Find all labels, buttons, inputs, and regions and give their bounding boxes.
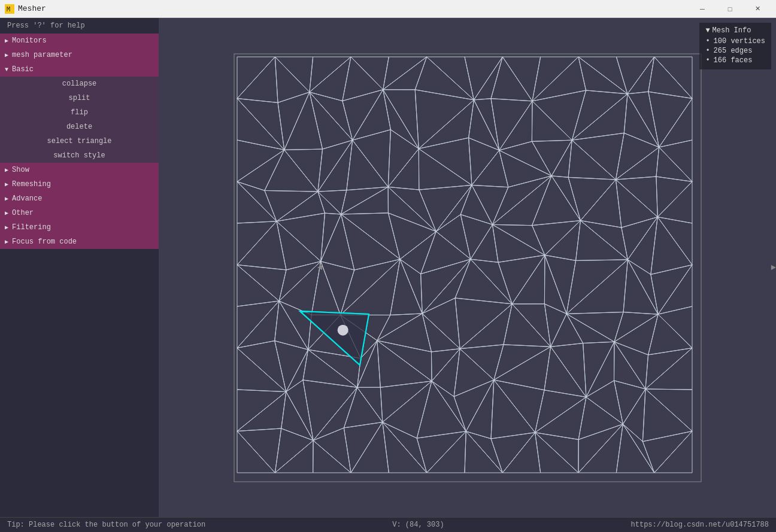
sidebar-section-other[interactable]: Other [0,206,159,220]
arrow-icon [5,238,8,245]
section-label: Basic [12,65,34,74]
arrow-icon [5,37,8,44]
app-icon: M [5,4,14,14]
tip-text: Tip: Please click the button of your ope… [7,521,205,529]
sidebar-section-monitors[interactable]: Monitors [0,34,159,48]
arrow-icon [5,224,8,231]
mesh-info-title: ▼ Mesh Info [705,26,765,35]
minimize-button[interactable]: ─ [689,0,716,18]
section-label: Advance [12,194,42,203]
canvas-area[interactable]: ▼ Mesh Info • 100 vertices • 265 edges •… [159,18,776,517]
faces-row: • 166 faces [705,56,765,65]
sidebar-item-split[interactable]: split [0,91,159,105]
arrow-icon [5,209,8,217]
window-controls: ─ □ ✕ [689,0,771,18]
section-label: Monitors [12,37,47,45]
sidebar: Press '?' for help Monitorsmesh paramete… [0,18,159,517]
edges-row: • 265 edges [705,47,765,55]
sidebar-section-remeshing[interactable]: Remeshing [0,177,159,191]
triangle-icon: ▼ [705,26,710,35]
coords-text: V: (84, 303) [392,521,444,529]
sidebar-item-select-triangle[interactable]: select triangle [0,134,159,148]
sidebar-item-collapse[interactable]: collapse [0,77,159,91]
maximize-button[interactable]: □ [716,0,744,18]
statusbar: Tip: Please click the button of your ope… [0,517,776,532]
help-text: Press '?' for help [0,18,159,34]
sidebar-item-switch-style[interactable]: switch style [0,148,159,163]
section-label: mesh parameter [12,51,72,59]
svg-text:M: M [7,6,10,13]
section-label: Remeshing [12,180,51,189]
sidebar-section-advance[interactable]: Advance [0,191,159,206]
url-text: https://blog.csdn.net/u014751788 [631,521,769,529]
section-label: Other [12,209,34,217]
mesh-info-panel: ▼ Mesh Info • 100 vertices • 265 edges •… [699,23,771,69]
section-label: Focus from code [12,238,77,246]
section-label: Show [12,166,29,174]
arrow-icon [5,51,8,59]
sidebar-item-delete[interactable]: delete [0,120,159,134]
arrow-icon [5,181,8,188]
left-edge-indicator: ◄ [317,263,322,272]
section-label: Filtering [12,223,51,232]
window-title: Mesher [18,4,689,13]
sidebar-section-basic[interactable]: Basic [0,62,159,77]
vertices-row: • 100 vertices [705,37,765,45]
sidebar-section-focus-from-code[interactable]: Focus from code [0,235,159,249]
sidebar-section-show[interactable]: Show [0,163,159,177]
right-edge-indicator: ► [771,263,776,272]
arrow-icon [5,166,8,174]
sidebar-sections: Monitorsmesh parameterBasiccollapsesplit… [0,34,159,249]
sidebar-item-flip[interactable]: flip [0,105,159,120]
close-button[interactable]: ✕ [744,0,771,18]
main-layout: Press '?' for help Monitorsmesh paramete… [0,18,776,517]
arrow-icon [5,66,8,73]
mesh-canvas[interactable] [231,51,704,485]
sidebar-section-filtering[interactable]: Filtering [0,220,159,235]
titlebar: M Mesher ─ □ ✕ [0,0,776,18]
sidebar-section-mesh-parameter[interactable]: mesh parameter [0,48,159,62]
arrow-icon [5,195,8,202]
